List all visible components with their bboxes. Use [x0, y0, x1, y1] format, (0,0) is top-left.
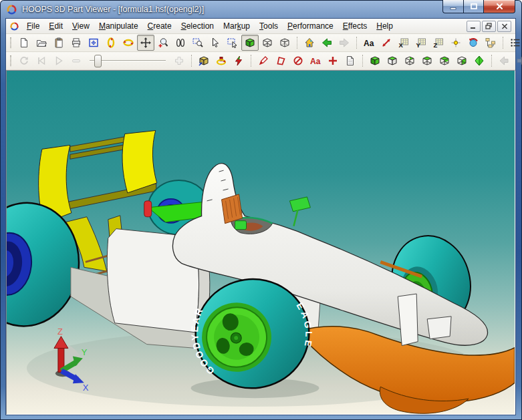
menu-effects[interactable]: Effects	[338, 20, 372, 33]
mode-wire-top-button[interactable]	[418, 53, 436, 69]
mode-sphere-button[interactable]	[471, 53, 488, 69]
window-title: HOOPS 3D Part Viewer - [formula1.hsf(ope…	[22, 5, 204, 14]
view-forward-button[interactable]	[336, 35, 353, 51]
zoom-button[interactable]	[154, 35, 172, 51]
walk-icon	[175, 37, 186, 48]
grid-z-icon: Z	[433, 37, 444, 48]
animation-slider[interactable]	[88, 54, 167, 67]
spin-button[interactable]	[465, 35, 482, 51]
document-icon[interactable]	[9, 21, 19, 31]
orbit-horizontal-button[interactable]	[120, 35, 137, 51]
render-shaded-button[interactable]	[241, 35, 259, 51]
toolbar-main: AaXYZ	[6, 34, 515, 52]
menu-file[interactable]: File	[22, 20, 44, 33]
fit-window-button[interactable]	[85, 35, 102, 51]
paste-icon	[53, 37, 64, 48]
rotate-view-button[interactable]	[213, 53, 230, 69]
play-button[interactable]	[50, 53, 68, 69]
mdi-close-icon	[501, 23, 508, 29]
menu-selection[interactable]: Selection	[176, 20, 219, 33]
minimize-button[interactable]	[442, 0, 463, 13]
render-wireframe-button[interactable]	[259, 35, 276, 51]
cube-solid-icon	[370, 55, 380, 66]
orbit-vertical-button[interactable]	[102, 35, 120, 51]
prev-markup-button[interactable]	[495, 53, 513, 69]
mode-wire-shaded-button[interactable]	[401, 53, 418, 69]
markup-erase-button[interactable]	[289, 53, 307, 69]
snap-point-button[interactable]	[447, 35, 465, 51]
aa-red-icon: Aa	[310, 55, 321, 66]
walk-button[interactable]	[172, 35, 189, 51]
mode-shaded-button[interactable]	[366, 53, 384, 69]
go-to-start-button[interactable]	[33, 53, 50, 69]
grid-plane-y-button[interactable]: Y	[412, 35, 430, 51]
rotate-ry-icon	[216, 55, 227, 66]
axis-y-label: Y	[82, 347, 88, 357]
grid-plane-x-button[interactable]: X	[395, 35, 412, 51]
svg-text:Aa: Aa	[364, 39, 374, 48]
pan-button[interactable]	[137, 35, 154, 51]
mdi-minimize-button[interactable]	[467, 21, 481, 32]
titlebar[interactable]: HOOPS 3D Part Viewer - [formula1.hsf(ope…	[0, 0, 522, 19]
rear-left-wheel[interactable]	[7, 198, 85, 332]
toolbar-grip[interactable]	[10, 37, 11, 48]
print-button[interactable]	[68, 35, 85, 51]
viewport-3d[interactable]: GOODYEAR EAGLE Z Y	[6, 70, 515, 415]
slider-thumb[interactable]	[94, 55, 102, 67]
grid-plane-z-button[interactable]: Z	[430, 35, 447, 51]
annotate-text-button[interactable]: Aa	[360, 35, 378, 51]
menu-performance[interactable]: Performance	[283, 20, 338, 33]
new-button[interactable]	[15, 35, 33, 51]
loop-icon	[19, 55, 29, 66]
toolbar-grip[interactable]	[10, 55, 11, 66]
mdi-close-button[interactable]	[497, 21, 511, 32]
markup-pen-button[interactable]	[255, 53, 272, 69]
menu-view[interactable]: View	[68, 20, 94, 33]
mode-wire-right-button[interactable]	[453, 53, 471, 69]
menu-tools[interactable]: Tools	[255, 20, 283, 33]
zoom-plus-icon	[158, 37, 168, 48]
menu-markup[interactable]: Markup	[219, 20, 255, 33]
markup-text-button[interactable]: Aa	[307, 53, 324, 69]
animation-loop-button[interactable]	[15, 53, 33, 69]
close-button[interactable]	[484, 0, 515, 13]
home-view-button[interactable]	[301, 35, 318, 51]
home-icon	[304, 37, 315, 48]
menu-bar: FileEditViewManipulateCreateSelectionMar…	[6, 19, 515, 34]
svg-text:Y: Y	[416, 41, 421, 48]
next-arrow-icon	[516, 55, 522, 66]
grid-y-icon: Y	[416, 37, 426, 48]
back-icon	[321, 37, 332, 48]
markup-page-button[interactable]	[342, 53, 359, 69]
mdi-restore-button[interactable]	[482, 21, 496, 32]
grid-x-icon: X	[398, 37, 409, 48]
menu-create[interactable]: Create	[143, 20, 176, 33]
markup-shape-button[interactable]	[272, 53, 289, 69]
menu-manipulate[interactable]: Manipulate	[94, 20, 143, 33]
select-button[interactable]	[207, 35, 224, 51]
maximize-button[interactable]	[463, 0, 484, 13]
measure-button[interactable]	[378, 35, 395, 51]
menu-edit[interactable]: Edit	[44, 20, 68, 33]
open-button[interactable]	[33, 35, 50, 51]
cube-flat-icon	[387, 55, 398, 66]
select-window-button[interactable]	[224, 35, 241, 51]
view-back-button[interactable]	[318, 35, 336, 51]
axis-display-button[interactable]	[195, 53, 213, 69]
zoom-window-button[interactable]	[189, 35, 207, 51]
tree-icon	[485, 37, 496, 48]
list-view-button[interactable]	[507, 35, 522, 51]
render-hidden-line-button[interactable]	[276, 35, 293, 51]
slider-minus-button[interactable]	[68, 53, 85, 69]
open-folder-icon	[36, 37, 47, 48]
markup-add-button[interactable]	[324, 53, 342, 69]
cube-wire4-icon	[456, 55, 467, 66]
segment-tree-button[interactable]	[482, 35, 499, 51]
next-markup-button[interactable]	[513, 53, 522, 69]
mode-flat-button[interactable]	[384, 53, 401, 69]
paste-button[interactable]	[50, 35, 68, 51]
slider-plus-button[interactable]	[170, 53, 188, 69]
menu-help[interactable]: Help	[372, 20, 398, 33]
mode-wire-mixed-button[interactable]	[436, 53, 453, 69]
quick-render-button[interactable]	[230, 53, 247, 69]
